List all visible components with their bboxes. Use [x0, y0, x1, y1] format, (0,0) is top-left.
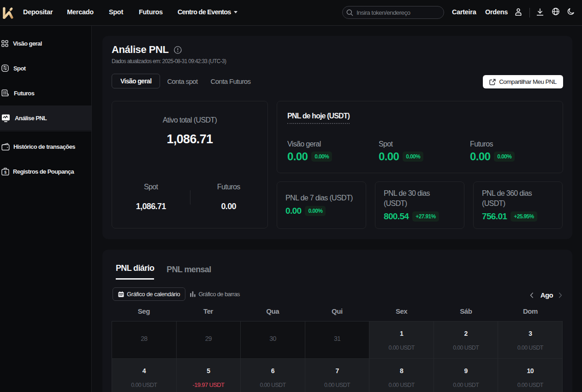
svg-text:$: $	[4, 170, 6, 174]
